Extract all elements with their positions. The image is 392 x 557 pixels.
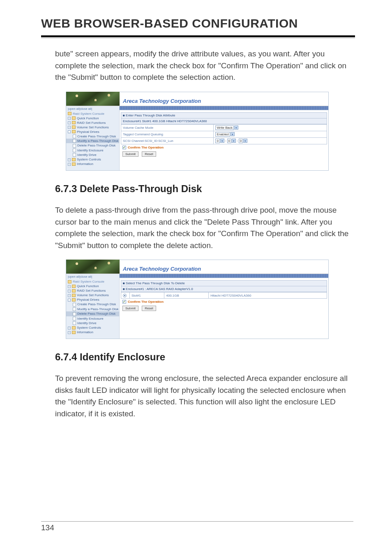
intro-paragraph: bute" screen appears, modify the drive a… xyxy=(55,48,355,84)
panel-subtitle: ■ Enclosure#1 : ARECA SAS RAID AdapterV1… xyxy=(121,286,327,292)
tree-identify-drive[interactable]: Identify Drive xyxy=(66,153,119,157)
screenshot1-main: ■ Enter Pass Through Disk Attribute Encl… xyxy=(120,106,328,171)
confirm-checkbox[interactable]: ✓ xyxy=(122,300,126,304)
reset-button[interactable]: Reset xyxy=(142,306,156,311)
tree-raidset-functions[interactable]: +RAID Set Functions xyxy=(66,288,119,293)
dropdown-arrow-icon[interactable]: ▾ xyxy=(231,132,235,136)
scsi-id-select[interactable]: 0 xyxy=(227,139,231,143)
tree-quick-function[interactable]: +Quick Function xyxy=(66,284,119,288)
submit-button[interactable]: Submit xyxy=(122,151,138,157)
screenshot1-header: Areca Technology Corporation xyxy=(66,92,328,106)
title-underline-thick xyxy=(41,35,355,37)
panel-title: ■ Enter Pass Through Disk Attribute xyxy=(121,112,327,118)
tree-root[interactable]: Raid System Console xyxy=(66,279,119,284)
dropdown-arrow-icon[interactable]: ▾ xyxy=(220,139,224,143)
dropdown-arrow-icon[interactable]: ▾ xyxy=(232,139,236,143)
confirm-label: Confirm The Operation xyxy=(128,300,164,304)
tree-system-controls[interactable]: +System Controls xyxy=(66,157,119,162)
screenshot2-header: Areca Technology Corporation xyxy=(66,260,328,274)
submit-button[interactable]: Submit xyxy=(122,306,138,311)
tree-raidset-functions[interactable]: +RAID Set Functions xyxy=(66,121,119,125)
tree-modify-passthrough[interactable]: Modify a Pass-Through Disk xyxy=(66,307,119,311)
tree-information[interactable]: +Information xyxy=(66,330,119,334)
tree-system-controls[interactable]: +System Controls xyxy=(66,325,119,330)
screenshot-modify-passthrough: Areca Technology Corporation |open all| … xyxy=(66,92,329,171)
tree-identify-enclosure[interactable]: Identify Enclosure xyxy=(66,148,119,153)
tree-quick-function[interactable]: +Quick Function xyxy=(66,116,119,121)
tree-create-passthrough[interactable]: Create Pass-Through Disk xyxy=(66,134,119,139)
dropdown-arrow-icon[interactable]: ▾ xyxy=(234,125,238,130)
brand-text: Areca Technology Corporation xyxy=(123,266,201,272)
screenshot-delete-passthrough: Areca Technology Corporation |open all| … xyxy=(66,260,329,339)
row-cache-label: Volume Cache Mode xyxy=(121,124,214,131)
tree-physical-drives[interactable]: -Physical Drives xyxy=(66,297,119,302)
chapter-title: WEB BROWSER-BASED CONFIGURATION xyxy=(41,16,355,34)
title-underline-thin xyxy=(41,38,355,38)
tree-identify-enclosure[interactable]: Identify Enclosure xyxy=(66,316,119,321)
tree-information[interactable]: +Information xyxy=(66,162,119,166)
open-all-link[interactable]: |open all| xyxy=(68,275,80,278)
section-673-heading: 6.7.3 Delete Pass-Through Disk xyxy=(55,183,355,195)
areca-logo xyxy=(66,92,120,106)
screenshot2-main: ■ Select The Pass Through Disk To Delete… xyxy=(120,274,328,339)
tree-modify-passthrough[interactable]: Modify a Pass-Through Disk xyxy=(66,139,119,143)
disk-radio[interactable] xyxy=(123,294,127,297)
panel-subtitle: Enclosure#1 Slot#1 400.1GB Hitachi HDT72… xyxy=(121,118,327,124)
cache-mode-select[interactable]: Write Back xyxy=(215,125,234,130)
disk-slot: Slot#1 xyxy=(130,292,164,298)
tree-create-passthrough[interactable]: Create Pass-Through Disk xyxy=(66,302,119,306)
dropdown-arrow-icon[interactable]: ▾ xyxy=(243,139,247,143)
tree-identify-drive[interactable]: Identify Drive xyxy=(66,321,119,325)
header-stripe xyxy=(120,274,328,278)
close-all-link[interactable]: close all| xyxy=(80,275,92,278)
areca-logo xyxy=(66,260,120,274)
section-674-body: To prevent removing the wrong enclosure,… xyxy=(55,373,355,420)
row-scsi-label: SCSI Channel:SCSI_ID:SCSI_Lun xyxy=(121,137,214,144)
disk-select-table: Slot#1 400.1GB Hitachi HDT72S040VLA360 xyxy=(121,292,327,298)
tree-volumeset-functions[interactable]: +Volume Set Functions xyxy=(66,293,119,297)
screenshot1-sidebar: |open all| close all| Raid System Consol… xyxy=(66,106,120,171)
open-all-link[interactable]: |open all| xyxy=(68,107,80,111)
tree-volumeset-functions[interactable]: +Volume Set Functions xyxy=(66,125,119,130)
screenshot2-sidebar: |open all| close all| Raid System Consol… xyxy=(66,274,120,339)
row-tcq-label: Tagged Command Queuing xyxy=(121,131,214,137)
scsi-lun-select[interactable]: 0 xyxy=(239,139,243,143)
disk-size: 400.1GB xyxy=(164,292,209,298)
section-673-body: To delete a pass-through drive from the … xyxy=(55,204,355,251)
section-674-heading: 6.7.4 Identify Enclosure xyxy=(55,351,355,363)
reset-button[interactable]: Reset xyxy=(142,151,156,157)
scsi-channel-select[interactable]: 0 xyxy=(215,139,219,143)
confirm-checkbox[interactable]: ✓ xyxy=(122,146,126,149)
brand-text: Areca Technology Corporation xyxy=(123,98,201,104)
tree-delete-passthrough[interactable]: Delete Pass-Through Disk xyxy=(66,143,119,148)
header-stripe xyxy=(120,106,328,110)
tcq-select[interactable]: Enabled xyxy=(215,132,230,137)
disk-model: Hitachi HDT72S040VLA360 xyxy=(209,292,327,298)
attribute-table: Volume Cache Mode Write Back▾ Tagged Com… xyxy=(121,124,327,144)
tree-delete-passthrough[interactable]: Delete Pass-Through Disk xyxy=(66,311,119,316)
page-number: 134 xyxy=(41,521,353,532)
tree-root[interactable]: Raid System Console xyxy=(66,111,119,116)
close-all-link[interactable]: close all| xyxy=(80,107,92,111)
confirm-label: Confirm The Operation xyxy=(128,146,164,149)
panel-title: ■ Select The Pass Through Disk To Delete xyxy=(121,280,327,286)
tree-physical-drives[interactable]: -Physical Drives xyxy=(66,130,119,134)
